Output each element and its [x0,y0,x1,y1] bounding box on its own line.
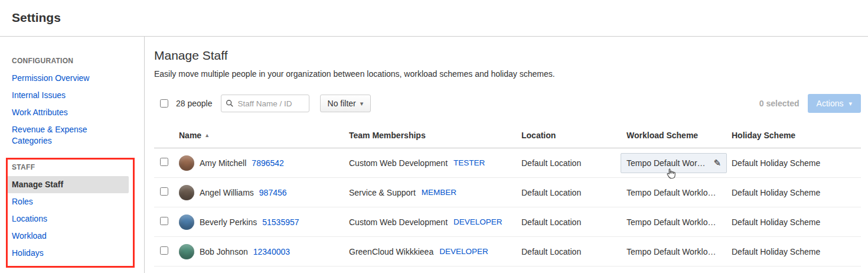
sidebar-section-staff: STAFF Manage Staff Roles Locations Workl… [0,163,144,261]
workload-scheme-value[interactable]: Tempo Default Worklo… [626,188,732,197]
sidebar-item-internal-issues[interactable]: Internal Issues [7,87,129,104]
column-header-holiday-scheme: Holiday Scheme [732,131,861,140]
caret-down-icon: ▾ [360,100,364,108]
staff-table: Name▲ Team Memberships Location Workload… [154,122,861,266]
location-value: Default Location [521,188,626,197]
avatar [179,214,194,230]
settings-sidebar: CONFIGURATION Permission Overview Intern… [0,37,145,273]
actions-button[interactable]: Actions ▾ [808,94,861,113]
column-header-team-memberships: Team Memberships [349,131,521,140]
table-row: Beverly Perkins 51535957 Custom Web Deve… [154,207,861,237]
caret-down-icon: ▾ [849,100,852,108]
table-row: Bob Johnson 12340003 GreenCloud Wikkkiee… [154,237,861,266]
pencil-icon: ✎ [713,158,721,168]
staff-name: Bob Johnson [200,247,248,256]
workload-scheme-value[interactable]: Tempo Default Worklo… [626,247,732,256]
sidebar-item-workload[interactable]: Workload [7,228,129,245]
avatar [179,155,194,171]
column-header-workload-scheme: Workload Scheme [626,131,732,140]
workload-scheme-value[interactable]: Tempo Default Worklo… [626,217,732,227]
sidebar-section-configuration: CONFIGURATION Permission Overview Intern… [0,57,144,149]
workload-scheme-value: Tempo Default Wor… [626,158,706,168]
sidebar-item-locations[interactable]: Locations [7,210,129,228]
column-header-location: Location [521,131,626,140]
page-title: Settings [12,11,856,25]
column-header-name-label: Name [179,131,201,140]
search-input[interactable] [221,95,309,112]
row-checkbox[interactable] [160,217,168,225]
sidebar-item-holidays[interactable]: Holidays [7,245,129,262]
staff-id-link[interactable]: 51535957 [262,217,299,227]
sidebar-section-header-staff: STAFF [0,163,144,171]
sidebar-item-manage-staff[interactable]: Manage Staff [7,176,129,193]
page-header: Settings [0,0,868,37]
location-value: Default Location [521,247,626,256]
sidebar-section-header-configuration: CONFIGURATION [0,57,144,65]
holiday-scheme-value: Default Holiday Scheme [732,247,861,256]
sort-asc-icon: ▲ [204,132,210,138]
select-all-checkbox[interactable] [160,99,168,108]
sidebar-item-work-attributes[interactable]: Work Attributes [7,104,129,121]
avatar [179,244,194,259]
holiday-scheme-value: Default Holiday Scheme [732,188,861,197]
team-name: Service & Support [349,188,416,197]
column-header-name[interactable]: Name▲ [179,131,349,140]
actions-label: Actions [817,99,844,108]
sidebar-item-permission-overview[interactable]: Permission Overview [7,70,129,87]
staff-table-header: Name▲ Team Memberships Location Workload… [154,122,861,148]
filter-dropdown-button[interactable]: No filter ▾ [320,95,371,112]
team-name: Custom Web Development [349,217,448,227]
manage-staff-panel: Manage Staff Easily move multiple people… [145,37,868,273]
team-role-link[interactable]: DEVELOPER [453,217,502,226]
staff-id-link[interactable]: 7896542 [252,158,284,168]
staff-name: Angel Williams [200,188,254,197]
table-row: Amy Mitchell 7896542 Custom Web Developm… [154,148,861,178]
manage-staff-title: Manage Staff [154,48,861,63]
search-icon [226,99,234,108]
team-role-link[interactable]: DEVELOPER [439,247,488,256]
manage-staff-subtitle: Easily move multiple people in your orga… [154,69,861,80]
staff-name: Beverly Perkins [200,217,257,227]
sidebar-item-revenue-expense-categories[interactable]: Revenue & Expense Categories [7,121,129,150]
team-role-link[interactable]: MEMBER [422,188,456,197]
row-checkbox[interactable] [160,187,168,196]
staff-search [221,95,309,112]
location-value: Default Location [521,158,626,168]
staff-id-link[interactable]: 12340003 [253,247,290,256]
workload-scheme-editor[interactable]: Tempo Default Wor… ✎ [621,153,727,173]
holiday-scheme-value: Default Holiday Scheme [732,158,861,168]
filter-label: No filter [328,99,356,108]
sidebar-item-roles[interactable]: Roles [7,193,129,210]
staff-id-link[interactable]: 987456 [259,188,287,197]
team-name: Custom Web Development [349,158,448,168]
selected-count-label: 0 selected [759,99,800,108]
staff-toolbar: 28 people No filter ▾ 0 selected Actions… [154,94,861,113]
people-count-label: 28 people [176,99,213,108]
staff-name: Amy Mitchell [200,158,246,168]
row-checkbox[interactable] [160,246,168,255]
location-value: Default Location [521,217,626,227]
team-name: GreenCloud Wikkkieea [349,247,433,256]
avatar [179,185,194,200]
row-checkbox[interactable] [160,158,168,166]
holiday-scheme-value: Default Holiday Scheme [732,217,861,227]
table-row: Angel Williams 987456 Service & Support … [154,178,861,207]
team-role-link[interactable]: TESTER [453,158,485,167]
